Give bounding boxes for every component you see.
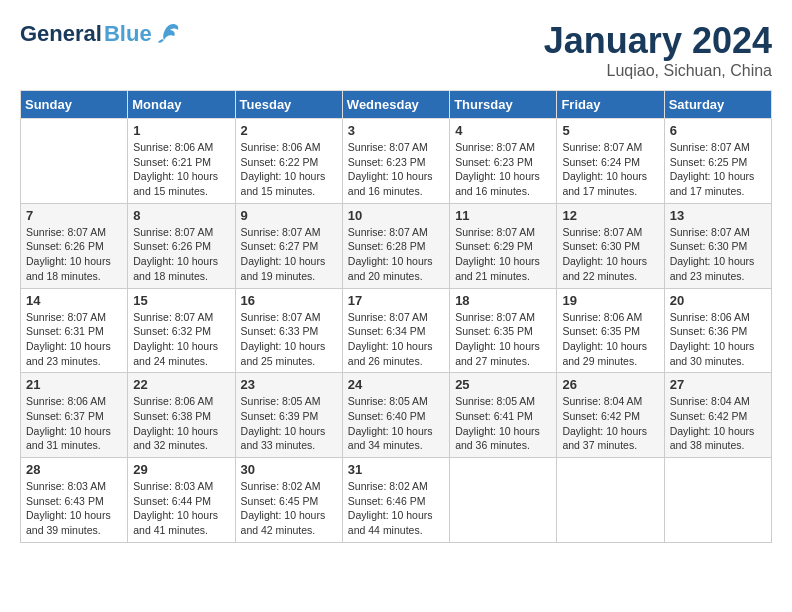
calendar-cell: 22Sunrise: 8:06 AM Sunset: 6:38 PM Dayli…	[128, 373, 235, 458]
calendar-cell: 25Sunrise: 8:05 AM Sunset: 6:41 PM Dayli…	[450, 373, 557, 458]
day-info: Sunrise: 8:03 AM Sunset: 6:44 PM Dayligh…	[133, 479, 229, 538]
day-number: 14	[26, 293, 122, 308]
day-number: 7	[26, 208, 122, 223]
day-header-tuesday: Tuesday	[235, 91, 342, 119]
calendar-cell: 18Sunrise: 8:07 AM Sunset: 6:35 PM Dayli…	[450, 288, 557, 373]
logo-general: General	[20, 21, 102, 47]
day-info: Sunrise: 8:07 AM Sunset: 6:24 PM Dayligh…	[562, 140, 658, 199]
calendar-cell: 30Sunrise: 8:02 AM Sunset: 6:45 PM Dayli…	[235, 458, 342, 543]
day-number: 6	[670, 123, 766, 138]
day-number: 15	[133, 293, 229, 308]
calendar-cell: 23Sunrise: 8:05 AM Sunset: 6:39 PM Dayli…	[235, 373, 342, 458]
day-number: 23	[241, 377, 337, 392]
day-info: Sunrise: 8:02 AM Sunset: 6:46 PM Dayligh…	[348, 479, 444, 538]
day-number: 5	[562, 123, 658, 138]
calendar-week-3: 14Sunrise: 8:07 AM Sunset: 6:31 PM Dayli…	[21, 288, 772, 373]
calendar-week-1: 1Sunrise: 8:06 AM Sunset: 6:21 PM Daylig…	[21, 119, 772, 204]
day-number: 1	[133, 123, 229, 138]
day-info: Sunrise: 8:05 AM Sunset: 6:39 PM Dayligh…	[241, 394, 337, 453]
day-number: 16	[241, 293, 337, 308]
day-info: Sunrise: 8:06 AM Sunset: 6:21 PM Dayligh…	[133, 140, 229, 199]
logo: General Blue	[20, 20, 182, 48]
calendar-cell: 20Sunrise: 8:06 AM Sunset: 6:36 PM Dayli…	[664, 288, 771, 373]
day-number: 28	[26, 462, 122, 477]
day-header-wednesday: Wednesday	[342, 91, 449, 119]
day-info: Sunrise: 8:07 AM Sunset: 6:35 PM Dayligh…	[455, 310, 551, 369]
day-header-saturday: Saturday	[664, 91, 771, 119]
calendar-cell: 26Sunrise: 8:04 AM Sunset: 6:42 PM Dayli…	[557, 373, 664, 458]
calendar-cell: 11Sunrise: 8:07 AM Sunset: 6:29 PM Dayli…	[450, 203, 557, 288]
day-info: Sunrise: 8:07 AM Sunset: 6:26 PM Dayligh…	[133, 225, 229, 284]
location: Luqiao, Sichuan, China	[544, 62, 772, 80]
day-info: Sunrise: 8:06 AM Sunset: 6:37 PM Dayligh…	[26, 394, 122, 453]
day-number: 26	[562, 377, 658, 392]
day-number: 3	[348, 123, 444, 138]
day-number: 10	[348, 208, 444, 223]
day-number: 27	[670, 377, 766, 392]
day-info: Sunrise: 8:06 AM Sunset: 6:22 PM Dayligh…	[241, 140, 337, 199]
calendar-cell: 5Sunrise: 8:07 AM Sunset: 6:24 PM Daylig…	[557, 119, 664, 204]
calendar-cell: 21Sunrise: 8:06 AM Sunset: 6:37 PM Dayli…	[21, 373, 128, 458]
calendar-cell: 16Sunrise: 8:07 AM Sunset: 6:33 PM Dayli…	[235, 288, 342, 373]
page-header: General Blue January 2024 Luqiao, Sichua…	[20, 20, 772, 80]
day-number: 12	[562, 208, 658, 223]
calendar-cell: 19Sunrise: 8:06 AM Sunset: 6:35 PM Dayli…	[557, 288, 664, 373]
calendar-cell	[664, 458, 771, 543]
calendar-cell: 1Sunrise: 8:06 AM Sunset: 6:21 PM Daylig…	[128, 119, 235, 204]
day-number: 11	[455, 208, 551, 223]
calendar-week-4: 21Sunrise: 8:06 AM Sunset: 6:37 PM Dayli…	[21, 373, 772, 458]
day-info: Sunrise: 8:07 AM Sunset: 6:27 PM Dayligh…	[241, 225, 337, 284]
calendar-cell: 15Sunrise: 8:07 AM Sunset: 6:32 PM Dayli…	[128, 288, 235, 373]
calendar-cell: 29Sunrise: 8:03 AM Sunset: 6:44 PM Dayli…	[128, 458, 235, 543]
day-number: 20	[670, 293, 766, 308]
day-info: Sunrise: 8:06 AM Sunset: 6:36 PM Dayligh…	[670, 310, 766, 369]
day-number: 30	[241, 462, 337, 477]
calendar-cell: 4Sunrise: 8:07 AM Sunset: 6:23 PM Daylig…	[450, 119, 557, 204]
day-info: Sunrise: 8:07 AM Sunset: 6:28 PM Dayligh…	[348, 225, 444, 284]
day-number: 4	[455, 123, 551, 138]
calendar-cell: 8Sunrise: 8:07 AM Sunset: 6:26 PM Daylig…	[128, 203, 235, 288]
day-info: Sunrise: 8:07 AM Sunset: 6:34 PM Dayligh…	[348, 310, 444, 369]
day-number: 18	[455, 293, 551, 308]
day-number: 29	[133, 462, 229, 477]
day-info: Sunrise: 8:07 AM Sunset: 6:25 PM Dayligh…	[670, 140, 766, 199]
calendar-table: SundayMondayTuesdayWednesdayThursdayFrid…	[20, 90, 772, 543]
calendar-cell: 27Sunrise: 8:04 AM Sunset: 6:42 PM Dayli…	[664, 373, 771, 458]
calendar-header-row: SundayMondayTuesdayWednesdayThursdayFrid…	[21, 91, 772, 119]
calendar-cell: 14Sunrise: 8:07 AM Sunset: 6:31 PM Dayli…	[21, 288, 128, 373]
day-info: Sunrise: 8:06 AM Sunset: 6:35 PM Dayligh…	[562, 310, 658, 369]
day-header-friday: Friday	[557, 91, 664, 119]
calendar-cell: 3Sunrise: 8:07 AM Sunset: 6:23 PM Daylig…	[342, 119, 449, 204]
day-info: Sunrise: 8:04 AM Sunset: 6:42 PM Dayligh…	[670, 394, 766, 453]
day-header-monday: Monday	[128, 91, 235, 119]
day-number: 31	[348, 462, 444, 477]
day-info: Sunrise: 8:04 AM Sunset: 6:42 PM Dayligh…	[562, 394, 658, 453]
calendar-cell: 7Sunrise: 8:07 AM Sunset: 6:26 PM Daylig…	[21, 203, 128, 288]
day-info: Sunrise: 8:02 AM Sunset: 6:45 PM Dayligh…	[241, 479, 337, 538]
day-header-sunday: Sunday	[21, 91, 128, 119]
day-info: Sunrise: 8:05 AM Sunset: 6:40 PM Dayligh…	[348, 394, 444, 453]
calendar-cell	[450, 458, 557, 543]
day-info: Sunrise: 8:07 AM Sunset: 6:30 PM Dayligh…	[562, 225, 658, 284]
calendar-cell: 10Sunrise: 8:07 AM Sunset: 6:28 PM Dayli…	[342, 203, 449, 288]
day-number: 9	[241, 208, 337, 223]
month-title: January 2024	[544, 20, 772, 62]
day-info: Sunrise: 8:07 AM Sunset: 6:23 PM Dayligh…	[348, 140, 444, 199]
day-header-thursday: Thursday	[450, 91, 557, 119]
day-number: 2	[241, 123, 337, 138]
day-number: 25	[455, 377, 551, 392]
day-info: Sunrise: 8:07 AM Sunset: 6:32 PM Dayligh…	[133, 310, 229, 369]
calendar-cell: 12Sunrise: 8:07 AM Sunset: 6:30 PM Dayli…	[557, 203, 664, 288]
day-info: Sunrise: 8:07 AM Sunset: 6:23 PM Dayligh…	[455, 140, 551, 199]
calendar-week-2: 7Sunrise: 8:07 AM Sunset: 6:26 PM Daylig…	[21, 203, 772, 288]
day-number: 22	[133, 377, 229, 392]
day-number: 21	[26, 377, 122, 392]
calendar-week-5: 28Sunrise: 8:03 AM Sunset: 6:43 PM Dayli…	[21, 458, 772, 543]
day-number: 24	[348, 377, 444, 392]
title-block: January 2024 Luqiao, Sichuan, China	[544, 20, 772, 80]
day-number: 17	[348, 293, 444, 308]
calendar-cell: 24Sunrise: 8:05 AM Sunset: 6:40 PM Dayli…	[342, 373, 449, 458]
day-info: Sunrise: 8:07 AM Sunset: 6:29 PM Dayligh…	[455, 225, 551, 284]
calendar-cell: 6Sunrise: 8:07 AM Sunset: 6:25 PM Daylig…	[664, 119, 771, 204]
calendar-cell	[21, 119, 128, 204]
